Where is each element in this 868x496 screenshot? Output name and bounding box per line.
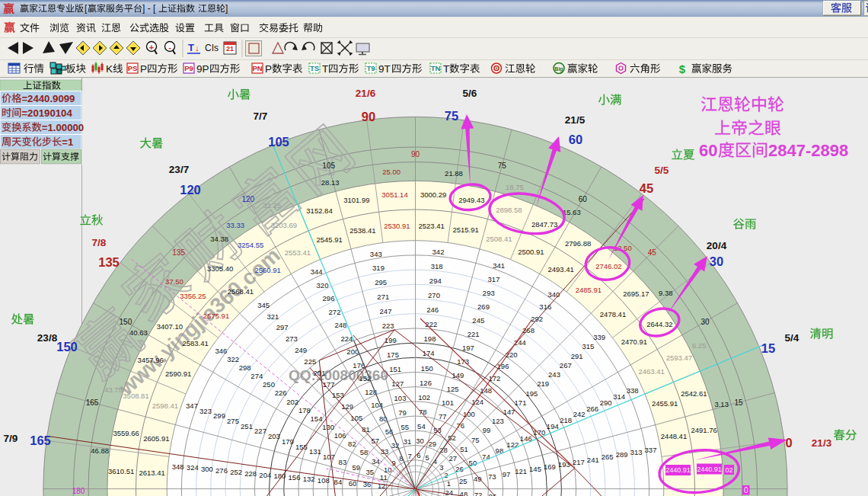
svg-text:2613.41: 2613.41 xyxy=(139,469,164,477)
svg-text:107: 107 xyxy=(323,453,335,461)
svg-text:7/9: 7/9 xyxy=(4,433,18,444)
svg-text:2644.32: 2644.32 xyxy=(646,320,672,328)
svg-text:54: 54 xyxy=(417,422,426,430)
svg-text:P9: P9 xyxy=(184,64,193,72)
svg-text:130: 130 xyxy=(322,423,334,431)
svg-text:90: 90 xyxy=(411,150,420,158)
svg-text:3356.25: 3356.25 xyxy=(180,292,206,300)
svg-text:204: 204 xyxy=(259,471,271,479)
svg-text:3508.81: 3508.81 xyxy=(123,392,148,400)
svg-text:2847.73: 2847.73 xyxy=(531,220,557,229)
svg-text:9.38: 9.38 xyxy=(659,289,673,297)
svg-text:21/6: 21/6 xyxy=(356,88,376,99)
svg-text:2898.58: 2898.58 xyxy=(496,206,522,214)
svg-text:=1.00000: =1.00000 xyxy=(42,122,84,133)
svg-text:33: 33 xyxy=(381,447,389,456)
svg-text:324: 324 xyxy=(187,463,199,472)
svg-text:266: 266 xyxy=(586,405,598,413)
svg-text:K: K xyxy=(106,63,113,75)
svg-text:15: 15 xyxy=(761,341,775,355)
svg-text:2590.91: 2590.91 xyxy=(165,370,191,378)
svg-text:31: 31 xyxy=(404,437,412,446)
svg-text:197: 197 xyxy=(462,344,474,352)
svg-text:]: ] xyxy=(225,3,228,14)
svg-text:7: 7 xyxy=(408,452,412,460)
svg-text:252: 252 xyxy=(230,468,242,476)
svg-text:46.88: 46.88 xyxy=(91,446,109,455)
svg-text:194: 194 xyxy=(547,422,559,430)
svg-text:TN: TN xyxy=(431,64,441,72)
svg-text:30: 30 xyxy=(710,254,723,268)
svg-text:5/6: 5/6 xyxy=(463,88,477,99)
svg-text:58: 58 xyxy=(360,448,369,456)
svg-text:2515.91: 2515.91 xyxy=(452,226,478,234)
svg-text:338: 338 xyxy=(627,386,639,395)
svg-text:270: 270 xyxy=(428,291,440,299)
svg-text:3000.29: 3000.29 xyxy=(420,190,446,199)
svg-text:135: 135 xyxy=(172,248,185,257)
svg-text:296: 296 xyxy=(323,294,335,302)
svg-text:105: 105 xyxy=(350,414,362,422)
svg-text:313: 313 xyxy=(630,448,643,456)
svg-text:322: 322 xyxy=(227,355,239,363)
svg-text:45: 45 xyxy=(648,248,657,257)
svg-text:21: 21 xyxy=(226,45,234,53)
svg-text:] - [: ] - [ xyxy=(142,3,156,14)
svg-text:271: 271 xyxy=(377,293,389,301)
svg-text:34.38: 34.38 xyxy=(210,235,228,243)
svg-text:60: 60 xyxy=(699,141,717,160)
svg-text:21.88: 21.88 xyxy=(445,169,463,178)
svg-text:217: 217 xyxy=(573,458,585,466)
svg-text:↓: ↓ xyxy=(195,43,199,53)
svg-text:2568.41: 2568.41 xyxy=(228,287,254,296)
svg-text:346: 346 xyxy=(215,347,227,355)
svg-text:P: P xyxy=(265,63,272,75)
svg-text:75: 75 xyxy=(498,162,507,170)
svg-text:318: 318 xyxy=(431,262,443,270)
svg-text:2538.41: 2538.41 xyxy=(349,226,375,235)
svg-text:25.00: 25.00 xyxy=(382,168,400,176)
svg-text:90: 90 xyxy=(362,110,375,123)
svg-text:172: 172 xyxy=(488,374,500,382)
svg-text:150: 150 xyxy=(120,318,132,326)
svg-text:5/4: 5/4 xyxy=(785,332,799,344)
svg-text:Big: Big xyxy=(554,66,563,72)
svg-text:2746.02: 2746.02 xyxy=(595,262,621,270)
svg-text:3407.10: 3407.10 xyxy=(157,322,183,331)
svg-text:49: 49 xyxy=(474,475,482,483)
svg-text:2847-2898: 2847-2898 xyxy=(768,141,848,160)
svg-text:340: 340 xyxy=(547,290,560,299)
svg-text:02: 02 xyxy=(725,466,732,474)
svg-text:P: P xyxy=(140,63,147,75)
svg-text:275: 275 xyxy=(227,417,239,425)
svg-text:59: 59 xyxy=(353,463,361,472)
svg-text:=2440.9099: =2440.9099 xyxy=(21,93,75,104)
svg-text:248: 248 xyxy=(334,321,346,329)
svg-text:3254.55: 3254.55 xyxy=(238,241,263,249)
svg-text:251: 251 xyxy=(241,422,253,430)
svg-text:15: 15 xyxy=(734,398,743,407)
svg-text:198: 198 xyxy=(424,334,436,343)
svg-text:125: 125 xyxy=(447,385,459,393)
svg-text:2796.88: 2796.88 xyxy=(565,239,591,248)
svg-text:343: 343 xyxy=(370,250,382,258)
svg-text:101: 101 xyxy=(442,398,454,407)
svg-text:154: 154 xyxy=(311,414,323,423)
svg-text:123: 123 xyxy=(492,417,504,425)
svg-text:1: 1 xyxy=(447,479,451,488)
svg-text:295: 295 xyxy=(375,278,387,286)
svg-text:314: 314 xyxy=(613,392,625,401)
svg-text:337: 337 xyxy=(645,446,657,454)
svg-text:75: 75 xyxy=(471,436,480,444)
svg-text:105: 105 xyxy=(268,135,289,149)
svg-text:298: 298 xyxy=(239,363,251,372)
svg-text:28.13: 28.13 xyxy=(321,178,340,187)
svg-text:135: 135 xyxy=(98,255,120,269)
svg-text:TS: TS xyxy=(310,64,319,72)
svg-text:18.75: 18.75 xyxy=(506,183,524,191)
svg-text:267: 267 xyxy=(560,361,572,370)
svg-text:=20190104: =20190104 xyxy=(21,107,72,119)
svg-text:103: 103 xyxy=(394,394,407,402)
svg-text:25: 25 xyxy=(459,477,468,485)
svg-text:0: 0 xyxy=(785,436,792,450)
